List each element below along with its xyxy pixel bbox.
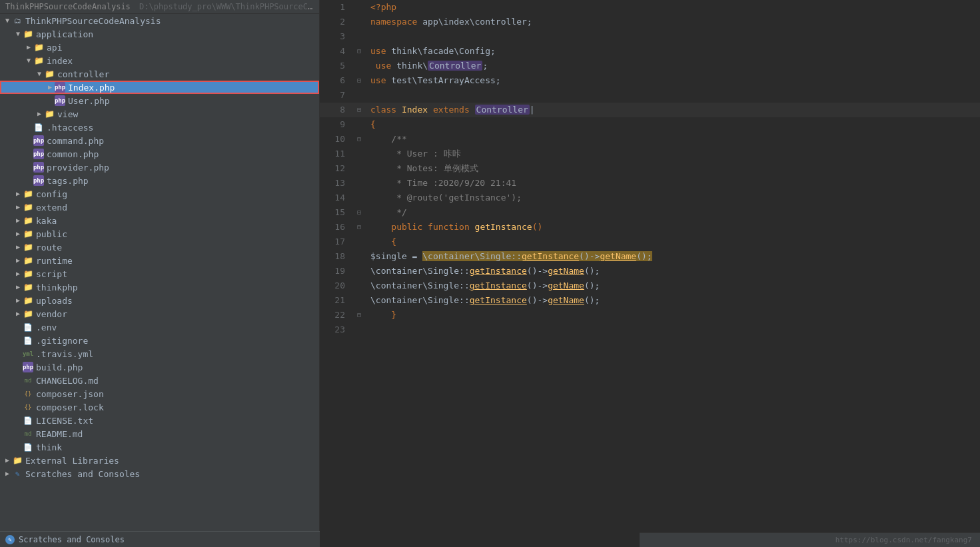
code-token: ()-> xyxy=(579,251,600,261)
arrow-open[interactable] xyxy=(35,69,44,79)
tree-item-provider-php[interactable]: phpprovider.php xyxy=(0,161,319,174)
code-token: getInstance xyxy=(470,280,527,290)
tree-item-label: view xyxy=(57,109,316,119)
arrow-closed[interactable] xyxy=(3,469,12,478)
code-content: class Index extends Controller| xyxy=(365,103,980,117)
tree-item-changelog-md[interactable]: mdCHANGELOG.md xyxy=(0,374,319,387)
tree-item-tags-php[interactable]: phptags.php xyxy=(0,174,319,187)
arrow-closed[interactable] xyxy=(45,83,55,92)
tree-item-public[interactable]: public xyxy=(0,227,319,241)
tree-item-htaccess[interactable]: 📄.htaccess xyxy=(0,121,319,134)
code-token: getName xyxy=(548,280,584,290)
folder-icon xyxy=(23,229,33,239)
arrow-closed[interactable] xyxy=(13,229,23,239)
tree-item-kaka[interactable]: kaka xyxy=(0,214,319,227)
code-token: getInstance xyxy=(470,295,527,305)
arrow-open[interactable] xyxy=(3,16,12,25)
project-header: ThinkPHPSourceCodeAnalysis D:\phpstudy_p… xyxy=(0,0,319,14)
tree-item-composer-json[interactable]: {}composer.json xyxy=(0,387,319,400)
tree-item-travis-yml[interactable]: yml.travis.yml xyxy=(0,347,319,360)
arrow-closed[interactable] xyxy=(3,456,12,465)
php-icon: php xyxy=(23,362,33,372)
code-content: { xyxy=(365,235,980,249)
arrow-open[interactable] xyxy=(13,29,23,39)
tree-item-command-php[interactable]: phpcommand.php xyxy=(0,134,319,147)
arrow-closed[interactable] xyxy=(24,43,33,52)
fold-marker[interactable]: ⊟ xyxy=(353,103,365,117)
fold-marker[interactable]: ⊟ xyxy=(353,308,365,322)
tree-item-build-php[interactable]: phpbuild.php xyxy=(0,360,319,374)
tree-item-env[interactable]: 📄.env xyxy=(0,320,319,334)
code-content: * Notes: 单例模式 xyxy=(365,161,980,176)
tree-item-label: composer.json xyxy=(36,389,316,399)
arrow-closed[interactable] xyxy=(13,269,23,278)
tree-item-common-php[interactable]: phpcommon.php xyxy=(0,147,319,161)
code-token: () xyxy=(532,222,543,232)
php-icon: php xyxy=(33,149,44,159)
arrow-closed[interactable] xyxy=(13,296,23,305)
folder-icon xyxy=(12,455,23,466)
tree-item-think[interactable]: 📄think xyxy=(0,440,319,454)
code-line-5: 5 use think\Controller; xyxy=(320,59,980,73)
code-token: * User : 咔咔 xyxy=(370,149,461,159)
tree-item-readme-md[interactable]: mdREADME.md xyxy=(0,427,319,440)
arrow-closed[interactable] xyxy=(13,243,23,252)
scratches-bar[interactable]: ✎ Scratches and Consoles xyxy=(0,531,320,547)
arrow-closed[interactable] xyxy=(13,309,23,318)
tree-item-extend[interactable]: extend xyxy=(0,201,319,214)
tree-item-route[interactable]: route xyxy=(0,241,319,254)
yaml-icon: yml xyxy=(23,348,33,359)
tree-item-composer-lock[interactable]: {}composer.lock xyxy=(0,400,319,414)
arrow-closed[interactable] xyxy=(35,109,44,119)
tree-item-api[interactable]: api xyxy=(0,41,319,54)
line-number: 12 xyxy=(320,161,353,176)
tree-item-user-php[interactable]: phpUser.php xyxy=(0,94,319,107)
tree-item-external-libs[interactable]: External Libraries xyxy=(0,454,319,467)
tree-item-scratches[interactable]: ✎Scratches and Consoles xyxy=(0,467,319,480)
code-line-2: 2 namespace app\index\controller; xyxy=(320,15,980,29)
tree-item-label: Scratches and Consoles xyxy=(25,469,316,479)
tree-item-application[interactable]: application xyxy=(0,27,319,41)
tree-item-vendor[interactable]: vendor xyxy=(0,307,319,320)
code-token: = xyxy=(407,251,422,261)
tree-item-config[interactable]: config xyxy=(0,187,319,201)
tree-item-gitignore[interactable]: 📄.gitignore xyxy=(0,334,319,347)
fold-marker[interactable]: ⊟ xyxy=(353,44,365,59)
code-token: ; xyxy=(482,61,488,71)
fold-marker[interactable]: ⊟ xyxy=(353,132,365,147)
code-token: ()-> xyxy=(527,280,548,290)
scratches-label: Scratches and Consoles xyxy=(19,535,125,544)
tree-item-runtime[interactable]: runtime xyxy=(0,254,319,267)
bottom-bar: https://blog.csdn.net/fangkang7 xyxy=(640,532,980,547)
arrow-closed[interactable] xyxy=(13,216,23,225)
tree-item-controller[interactable]: controller xyxy=(0,67,319,81)
fold-gutter xyxy=(353,176,365,191)
code-line-10: 10 ⊟ /** xyxy=(320,132,980,147)
tree-item-thinkphp[interactable]: thinkphp xyxy=(0,280,319,294)
code-content: use test\TestArrayAccess; xyxy=(365,73,980,88)
code-line-18: 18 $single = \container\Single::getInsta… xyxy=(320,249,980,264)
code-token: Controller xyxy=(475,105,530,115)
tree-item-project-root[interactable]: 🗂ThinkPHPSourceCodeAnalysis xyxy=(0,14,319,27)
tree-item-script[interactable]: script xyxy=(0,267,319,280)
arrow-closed[interactable] xyxy=(13,203,23,212)
tree-item-index-php[interactable]: phpIndex.php xyxy=(0,81,319,94)
arrow-closed[interactable] xyxy=(13,256,23,265)
fold-marker[interactable]: ⊟ xyxy=(353,73,365,88)
arrow-open[interactable] xyxy=(24,56,33,65)
tree-item-license-txt[interactable]: 📄LICENSE.txt xyxy=(0,414,319,427)
tree-item-uploads[interactable]: uploads xyxy=(0,294,319,307)
code-token: \container\Single:: xyxy=(370,266,470,276)
tree-item-view[interactable]: view xyxy=(0,107,319,121)
tree-item-label: common.php xyxy=(47,149,316,159)
fold-marker[interactable]: ⊟ xyxy=(353,205,365,220)
code-token: getInstance xyxy=(475,222,532,232)
fold-marker[interactable]: ⊟ xyxy=(353,220,365,235)
code-token: (); xyxy=(584,280,600,290)
file-tree[interactable]: ThinkPHPSourceCodeAnalysis D:\phpstudy_p… xyxy=(0,0,320,547)
tree-item-index[interactable]: index xyxy=(0,54,319,67)
arrow-empty xyxy=(13,429,23,438)
arrow-closed[interactable] xyxy=(13,282,23,292)
fold-gutter xyxy=(353,235,365,249)
arrow-closed[interactable] xyxy=(13,189,23,199)
